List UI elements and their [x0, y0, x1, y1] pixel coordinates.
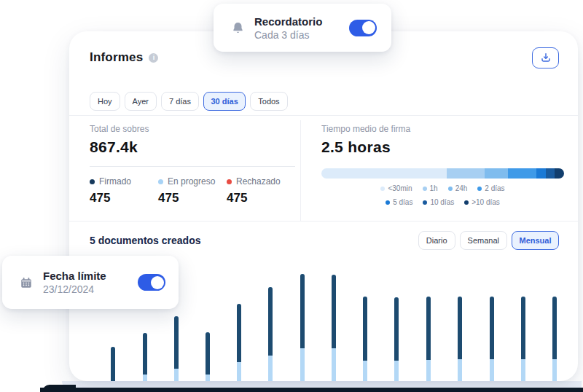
deadline-date: 23/12/2024: [43, 283, 138, 295]
report-card: Informes i HoyAyer7 días30 díasTodos Tot…: [69, 31, 578, 381]
chart-bar-signed-segment: [394, 297, 399, 361]
chart-bar-signed-segment: [332, 275, 336, 348]
toggle-knob: [151, 276, 164, 289]
chart-bar-11: [426, 297, 431, 381]
chart-bar-signed-segment: [174, 316, 179, 369]
chart-bar-signed-segment: [268, 287, 273, 356]
reminder-frequency: Cada 3 días: [254, 29, 349, 41]
calendar-icon: [18, 276, 34, 289]
chart-bar-12: [458, 297, 462, 381]
chart-bar-2: [143, 333, 147, 381]
reminder-card: Recordatorio Cada 3 días: [214, 4, 391, 52]
chart-bar-5: [237, 304, 241, 381]
bell-icon: [230, 21, 246, 35]
chart-bar-10: [394, 297, 399, 381]
chart-bar-13: [490, 297, 494, 381]
toggle-knob: [362, 21, 375, 34]
chart-bar-9: [363, 297, 367, 381]
chart-bar-signed-segment: [426, 297, 431, 360]
chart-bar-3: [174, 316, 179, 381]
deadline-card: Fecha límite 23/12/2024: [2, 256, 179, 309]
chart-bar-signed-segment: [363, 297, 367, 361]
documents-bar-chart: [69, 31, 578, 381]
chart-bar-signed-segment: [237, 304, 241, 362]
chart-bar-8: [332, 275, 336, 381]
chart-bar-signed-segment: [458, 297, 462, 359]
chart-bar-signed-segment: [111, 347, 115, 381]
deadline-title: Fecha límite: [43, 270, 138, 282]
chart-bar-signed-segment: [300, 274, 305, 348]
chart-bar-signed-segment: [490, 297, 494, 359]
bottom-edge-line: [40, 388, 583, 392]
chart-bar-7: [300, 274, 305, 381]
chart-bar-6: [268, 287, 273, 381]
chart-bar-signed-segment: [143, 333, 147, 375]
chart-bar-signed-segment: [206, 332, 210, 375]
chart-bar-15: [552, 297, 557, 381]
chart-bar-14: [521, 297, 525, 381]
deadline-toggle[interactable]: [138, 274, 165, 291]
chart-bar-signed-segment: [552, 297, 557, 359]
chart-bar-signed-segment: [521, 297, 525, 359]
reminder-title: Recordatorio: [254, 15, 349, 28]
reminder-toggle[interactable]: [349, 20, 377, 36]
chart-bar-4: [206, 332, 210, 381]
chart-bar-1: [111, 347, 115, 381]
